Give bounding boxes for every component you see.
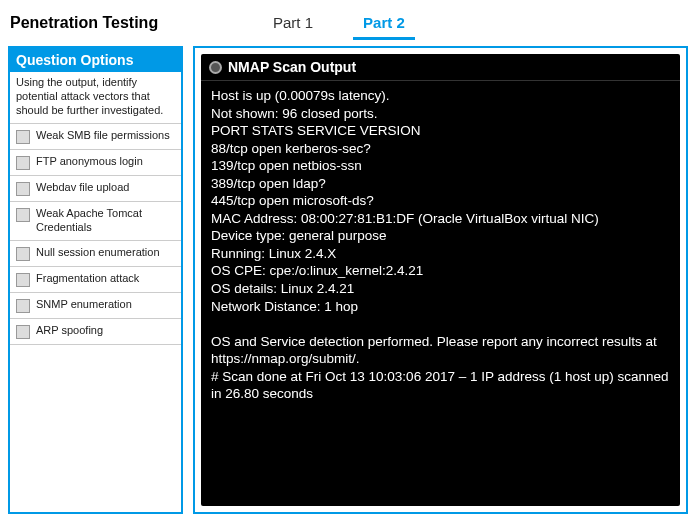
option-label: ARP spoofing: [36, 324, 103, 338]
checkbox-icon[interactable]: [16, 130, 30, 144]
option-label: Null session enumeration: [36, 246, 160, 260]
page-title: Penetration Testing: [8, 10, 183, 40]
checkbox-icon[interactable]: [16, 247, 30, 261]
option-fragmentation[interactable]: Fragmentation attack: [10, 266, 181, 292]
option-webdav[interactable]: Webdav file upload: [10, 175, 181, 201]
option-label: SNMP enumeration: [36, 298, 132, 312]
option-label: Weak Apache Tomcat Credentials: [36, 207, 175, 235]
tabs: Part 1 Part 2: [263, 8, 415, 40]
checkbox-icon[interactable]: [16, 273, 30, 287]
checkbox-icon[interactable]: [16, 325, 30, 339]
option-arp-spoofing[interactable]: ARP spoofing: [10, 318, 181, 345]
option-tomcat[interactable]: Weak Apache Tomcat Credentials: [10, 201, 181, 240]
option-list: Weak SMB file permissions FTP anonymous …: [10, 123, 181, 345]
content-panel: NMAP Scan Output Host is up (0.00079s la…: [193, 46, 688, 514]
option-ftp-anonymous[interactable]: FTP anonymous login: [10, 149, 181, 175]
checkbox-icon[interactable]: [16, 299, 30, 313]
option-label: Fragmentation attack: [36, 272, 139, 286]
option-label: Weak SMB file permissions: [36, 129, 170, 143]
tab-part-1[interactable]: Part 1: [263, 8, 323, 40]
checkbox-icon[interactable]: [16, 182, 30, 196]
question-text: Using the output, identify potential att…: [10, 72, 181, 123]
option-null-session[interactable]: Null session enumeration: [10, 240, 181, 266]
terminal-title: NMAP Scan Output: [228, 59, 356, 75]
option-snmp[interactable]: SNMP enumeration: [10, 292, 181, 318]
option-weak-smb[interactable]: Weak SMB file permissions: [10, 123, 181, 149]
option-label: Webdav file upload: [36, 181, 129, 195]
checkbox-icon[interactable]: [16, 208, 30, 222]
sidebar-header: Question Options: [10, 48, 181, 72]
sidebar: Question Options Using the output, ident…: [8, 46, 183, 514]
checkbox-icon[interactable]: [16, 156, 30, 170]
circle-icon: [209, 61, 222, 74]
terminal-output: Host is up (0.00079s latency). Not shown…: [201, 81, 680, 409]
terminal-window: NMAP Scan Output Host is up (0.00079s la…: [201, 54, 680, 506]
terminal-header: NMAP Scan Output: [201, 54, 680, 81]
tab-part-2[interactable]: Part 2: [353, 8, 415, 40]
option-label: FTP anonymous login: [36, 155, 143, 169]
